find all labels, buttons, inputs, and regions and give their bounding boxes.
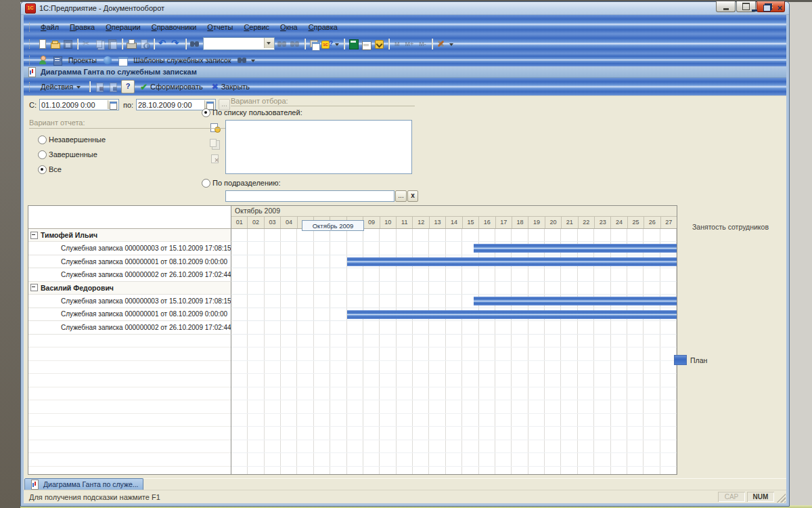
gantt-bar[interactable] bbox=[347, 310, 677, 319]
gantt-bar[interactable] bbox=[347, 257, 677, 266]
day-header-cell: 04 bbox=[281, 217, 297, 228]
chevron-down-icon[interactable] bbox=[250, 55, 256, 66]
projects-button-label: Проекты bbox=[66, 56, 99, 64]
period-from-input[interactable]: 01.10.2009 0:00 bbox=[39, 99, 119, 110]
find-icon[interactable] bbox=[189, 39, 201, 49]
by-department-radio[interactable] bbox=[202, 179, 210, 188]
menu-item-файл[interactable]: Файл bbox=[35, 22, 64, 33]
redo-icon[interactable] bbox=[171, 39, 182, 49]
row-chart-cell bbox=[231, 268, 677, 281]
department-pick-button[interactable]: ... bbox=[395, 190, 407, 202]
window-title: 1С:Предприятие - Документооборот bbox=[39, 4, 164, 12]
help-button[interactable]: ? bbox=[121, 80, 135, 93]
gantt-task-row[interactable]: Служебная записка 000000002 от 26.10.200… bbox=[28, 321, 677, 334]
new-document-icon[interactable] bbox=[37, 39, 48, 49]
memory-add-button[interactable]: M+ bbox=[403, 40, 416, 48]
report-variant-radio-1[interactable] bbox=[38, 150, 47, 159]
calendar-picker-icon[interactable] bbox=[108, 100, 118, 109]
empty-chart-column bbox=[231, 335, 677, 475]
menu-item-отчеты[interactable]: Отчеты bbox=[202, 22, 238, 33]
help-1c-icon[interactable] bbox=[321, 39, 333, 49]
menu-item-справочники[interactable]: Справочники bbox=[146, 22, 202, 33]
minimize-button[interactable] bbox=[716, 1, 736, 12]
gantt-task-row[interactable]: Служебная записка 000000003 от 15.10.200… bbox=[28, 242, 677, 255]
toolbar-grip bbox=[29, 56, 32, 65]
maximize-icon bbox=[742, 3, 750, 10]
indicator-num: NUM bbox=[747, 492, 774, 502]
menu-item-сервис[interactable]: Сервис bbox=[238, 22, 275, 33]
chevron-down-icon bbox=[76, 81, 82, 92]
open-document-icon[interactable] bbox=[49, 39, 61, 49]
resize-grip[interactable] bbox=[776, 493, 786, 503]
gantt-task-row[interactable]: Служебная записка 000000002 от 26.10.200… bbox=[28, 268, 677, 281]
gantt-task-row[interactable]: Служебная записка 000000001 от 08.10.200… bbox=[28, 255, 677, 268]
calculator-icon[interactable] bbox=[348, 39, 359, 49]
row-chart-cell bbox=[231, 295, 677, 308]
calendar-icon[interactable] bbox=[361, 39, 372, 49]
gantt-chart[interactable]: Октябрь 2009 010203040506070809101112131… bbox=[28, 205, 677, 475]
paste-icon[interactable] bbox=[107, 39, 118, 49]
open-windows-icon[interactable] bbox=[309, 39, 320, 49]
chevron-down-icon[interactable] bbox=[334, 39, 340, 49]
cut-icon[interactable] bbox=[81, 39, 93, 49]
gantt-bar[interactable] bbox=[474, 297, 677, 305]
clear-list-button[interactable] bbox=[208, 152, 221, 165]
report-variant-radio-0[interactable] bbox=[38, 135, 47, 144]
templates-button[interactable]: Шаблоны служебных записок bbox=[116, 55, 234, 66]
collapse-icon[interactable] bbox=[30, 284, 38, 291]
projects-button[interactable]: Проекты bbox=[51, 55, 100, 66]
user-icon[interactable] bbox=[37, 55, 49, 66]
service-settings-icon[interactable] bbox=[436, 39, 447, 49]
mail-icon[interactable] bbox=[102, 55, 114, 66]
indicator-cap: CAP bbox=[718, 492, 745, 502]
search-combo[interactable] bbox=[203, 37, 275, 50]
menu-item-справка[interactable]: Справка bbox=[303, 22, 343, 33]
row-label-text: Служебная записка 000000002 от 26.10.200… bbox=[61, 324, 231, 331]
print-icon[interactable] bbox=[126, 39, 137, 49]
report-restore-button[interactable] bbox=[763, 5, 771, 12]
report-variant-radio-2[interactable] bbox=[38, 165, 47, 174]
generate-button[interactable]: ✔ Сформировать bbox=[137, 81, 206, 93]
pick-users-group-button[interactable] bbox=[208, 137, 221, 149]
restore-settings-icon[interactable] bbox=[108, 81, 119, 92]
title-bar[interactable]: 1С 1С:Предприятие - Документооборот bbox=[21, 2, 789, 15]
collapse-icon[interactable] bbox=[30, 232, 38, 239]
by-users-radio[interactable] bbox=[202, 108, 210, 117]
separator bbox=[344, 39, 344, 49]
report-minimize-button[interactable] bbox=[752, 9, 757, 12]
actions-menu-button[interactable]: Действия bbox=[37, 80, 85, 93]
pick-user-button[interactable] bbox=[208, 121, 221, 133]
department-clear-button[interactable]: x bbox=[407, 190, 418, 202]
combo-dropdown-icon[interactable] bbox=[264, 38, 274, 48]
gantt-group-row[interactable]: Василий Федорович bbox=[28, 282, 677, 295]
gantt-bar[interactable] bbox=[474, 244, 677, 253]
print-preview-icon[interactable] bbox=[139, 39, 150, 49]
chevron-down-icon[interactable] bbox=[449, 39, 455, 49]
save-icon[interactable] bbox=[62, 39, 74, 49]
memory-recall-button[interactable]: M bbox=[392, 40, 402, 48]
gantt-task-row[interactable]: Служебная записка 000000003 от 15.10.200… bbox=[28, 295, 677, 308]
report-close-button[interactable]: × bbox=[777, 3, 782, 12]
window-tab[interactable]: Диаграмма Ганта по служе... bbox=[24, 478, 143, 490]
row-label: Служебная записка 000000002 от 26.10.200… bbox=[28, 321, 231, 334]
find-prev-icon[interactable] bbox=[290, 39, 301, 49]
memory-subtract-button[interactable]: M- bbox=[417, 40, 428, 48]
gantt-task-row[interactable]: Служебная записка 000000001 от 08.10.200… bbox=[28, 308, 677, 321]
save-settings-icon[interactable] bbox=[94, 81, 106, 92]
menu-item-операции[interactable]: Операции bbox=[100, 22, 145, 33]
department-input[interactable] bbox=[225, 190, 394, 202]
row-label-text: Тимофей Ильич bbox=[41, 231, 97, 239]
report-window-titlebar[interactable]: Диаграмма Ганта по служебным запискам bbox=[24, 66, 786, 78]
close-report-button[interactable]: ✖ Закрыть bbox=[208, 81, 253, 92]
chart-title: Занятость сотрудников bbox=[692, 223, 769, 231]
users-listbox[interactable] bbox=[225, 120, 412, 174]
find-next-icon[interactable] bbox=[277, 39, 288, 49]
divider bbox=[231, 106, 415, 106]
find-icon[interactable] bbox=[237, 55, 248, 66]
copy-icon[interactable] bbox=[94, 39, 106, 49]
undo-icon[interactable] bbox=[158, 39, 169, 49]
tablo-icon[interactable] bbox=[374, 39, 385, 49]
day-header-cell: 26 bbox=[644, 217, 660, 228]
menu-item-окна[interactable]: Окна bbox=[275, 22, 303, 33]
menu-item-правка[interactable]: Правка bbox=[64, 22, 100, 33]
